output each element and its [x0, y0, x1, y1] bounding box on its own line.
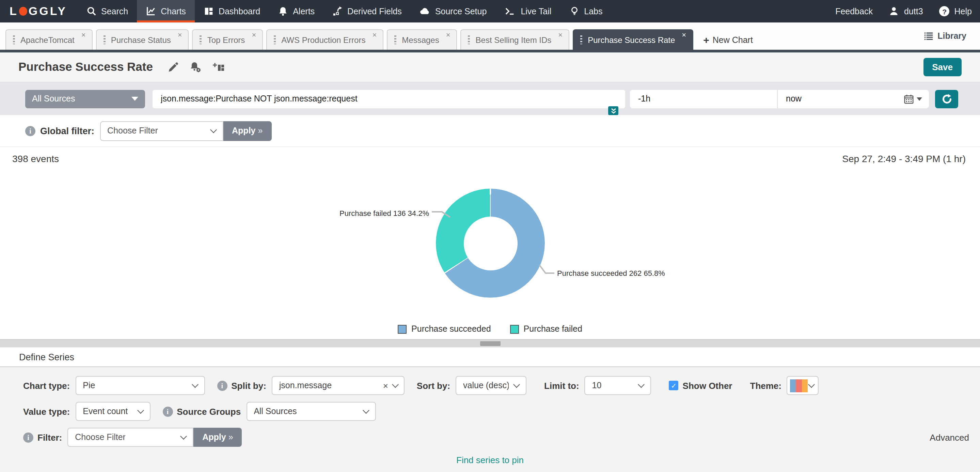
- time-to-input[interactable]: [778, 89, 904, 108]
- top-nav: LGGLY Search Charts Dashboard Alerts Der…: [0, 0, 980, 22]
- nav-item-search[interactable]: Search: [77, 0, 137, 22]
- new-chart-button[interactable]: +New Chart: [696, 30, 760, 50]
- library-button[interactable]: Library: [923, 31, 975, 41]
- panel-splitter[interactable]: [0, 339, 980, 347]
- time-from-input[interactable]: [630, 89, 778, 108]
- advanced-link[interactable]: Advanced: [930, 432, 969, 442]
- calendar-icon: [904, 94, 914, 104]
- tab-best-selling-item-ids[interactable]: Best Selling Item IDs×: [461, 29, 570, 50]
- chart-type-select[interactable]: Pie: [75, 376, 205, 395]
- limit-to-value: 10: [592, 381, 602, 390]
- tab-aws-production-errors[interactable]: AWS Production Errors×: [266, 29, 383, 50]
- close-icon[interactable]: ×: [372, 31, 377, 39]
- close-icon[interactable]: ×: [81, 31, 86, 39]
- events-count: 398 events: [12, 153, 59, 164]
- global-filter-label: Global filter:: [40, 126, 94, 136]
- feedback-link[interactable]: Feedback: [827, 6, 881, 16]
- split-by-value: json.message: [279, 381, 383, 390]
- time-range-field: [630, 89, 929, 108]
- logo-text-l: L: [10, 5, 18, 18]
- nav-item-labs[interactable]: Labs: [560, 0, 611, 22]
- tab-label: Purchase Status: [111, 35, 171, 44]
- edit-title-icon[interactable]: [168, 62, 179, 73]
- drag-grip-icon[interactable]: [13, 35, 15, 44]
- info-icon[interactable]: i: [23, 432, 33, 442]
- pie-label-purchase-succeeded[interactable]: Purchase succeeded 262 65.8%: [557, 269, 665, 277]
- tab-label: Messages: [402, 35, 439, 44]
- tab-purchase-status[interactable]: Purchase Status×: [96, 29, 189, 50]
- help-menu[interactable]: ? Help: [931, 6, 980, 16]
- query-input[interactable]: [153, 89, 625, 108]
- global-filter-select[interactable]: Choose Filter: [100, 121, 223, 141]
- expand-query-chevrons-icon[interactable]: [608, 106, 618, 115]
- show-other-label: Show Other: [683, 380, 732, 391]
- loggly-charts-app: LGGLY Search Charts Dashboard Alerts Der…: [0, 0, 980, 472]
- create-alert-icon[interactable]: [190, 61, 202, 73]
- drag-grip-icon[interactable]: [274, 35, 276, 44]
- pie-label-purchase-failed[interactable]: Purchase failed 136 34.2%: [310, 209, 429, 217]
- series-filter-select[interactable]: Choose Filter: [67, 428, 193, 447]
- close-icon[interactable]: ×: [558, 31, 563, 39]
- split-by-combo[interactable]: json.message ×: [272, 376, 404, 395]
- close-icon[interactable]: ×: [446, 31, 450, 39]
- info-icon[interactable]: i: [217, 380, 227, 391]
- nav-item-live-tail[interactable]: Live Tail: [495, 0, 560, 22]
- source-groups-value: All Sources: [254, 407, 297, 416]
- drag-grip-icon[interactable]: [394, 35, 396, 44]
- show-other-checkbox[interactable]: ✓: [669, 381, 679, 390]
- nav-item-dashboard[interactable]: Dashboard: [195, 0, 269, 22]
- tab-purchase-success-rate[interactable]: Purchase Success Rate×: [573, 29, 693, 50]
- theme-select[interactable]: [787, 376, 819, 395]
- sort-by-select[interactable]: value (desc): [456, 376, 527, 395]
- tab-top-errors[interactable]: Top Errors×: [192, 29, 263, 50]
- source-group-dropdown[interactable]: All Sources: [25, 89, 145, 108]
- close-icon[interactable]: ×: [178, 31, 182, 39]
- donut-chart[interactable]: [436, 189, 545, 298]
- legend-item-purchase-failed[interactable]: Purchase failed: [510, 324, 582, 334]
- library-label: Library: [937, 31, 966, 41]
- nav-item-derived-fields[interactable]: Derived Fields: [323, 0, 410, 22]
- derived-fields-icon: [332, 6, 342, 16]
- refresh-button[interactable]: [935, 89, 958, 108]
- tab-messages[interactable]: Messages×: [387, 29, 457, 50]
- drag-grip-icon[interactable]: [580, 35, 582, 44]
- nav-label: Dashboard: [219, 6, 260, 16]
- calendar-picker[interactable]: [904, 94, 929, 104]
- drag-grip-icon[interactable]: [468, 35, 470, 44]
- tab-label: Top Errors: [207, 35, 245, 44]
- nav-label: Source Setup: [435, 6, 487, 16]
- clear-icon[interactable]: ×: [383, 380, 388, 391]
- define-series-panel: Chart type: Pie i Split by: json.message…: [0, 367, 980, 472]
- limit-to-select[interactable]: 10: [585, 376, 651, 395]
- source-groups-select[interactable]: All Sources: [246, 402, 375, 421]
- global-filter-apply-button[interactable]: Apply »: [223, 121, 271, 141]
- define-series-header: Define Series: [0, 347, 980, 367]
- chevron-down-icon: [210, 126, 216, 133]
- chart-type-value: Pie: [83, 381, 95, 390]
- feedback-label: Feedback: [835, 6, 873, 16]
- nav-item-alerts[interactable]: Alerts: [269, 0, 323, 22]
- tab-label: Purchase Success Rate: [588, 35, 675, 44]
- legend-item-purchase-succeeded[interactable]: Purchase succeeded: [398, 324, 491, 334]
- legend-label: Purchase succeeded: [411, 324, 491, 334]
- tab-apachetomcat[interactable]: ApacheTomcat×: [5, 29, 92, 50]
- drag-grip-icon[interactable]: [103, 35, 105, 44]
- splitter-handle-icon[interactable]: [480, 341, 500, 346]
- check-icon: ✓: [671, 382, 676, 389]
- close-icon[interactable]: ×: [251, 31, 256, 39]
- series-filter-apply-button[interactable]: Apply »: [193, 428, 242, 447]
- chevron-down-icon: [180, 433, 187, 440]
- close-icon[interactable]: ×: [682, 31, 686, 39]
- info-icon[interactable]: i: [162, 406, 173, 416]
- loggly-logo[interactable]: LGGLY: [0, 0, 77, 22]
- find-series-to-pin-link[interactable]: Find series to pin: [0, 455, 980, 465]
- nav-item-source-setup[interactable]: Source Setup: [410, 0, 496, 22]
- value-type-select[interactable]: Event count: [75, 402, 150, 421]
- add-to-dashboard-icon[interactable]: [213, 62, 225, 73]
- save-button[interactable]: Save: [923, 58, 962, 76]
- drag-grip-icon[interactable]: [200, 35, 202, 44]
- legend-swatch-icon: [510, 324, 519, 334]
- user-menu[interactable]: dutt3: [881, 6, 931, 16]
- info-icon[interactable]: i: [25, 126, 35, 136]
- nav-item-charts[interactable]: Charts: [137, 0, 195, 22]
